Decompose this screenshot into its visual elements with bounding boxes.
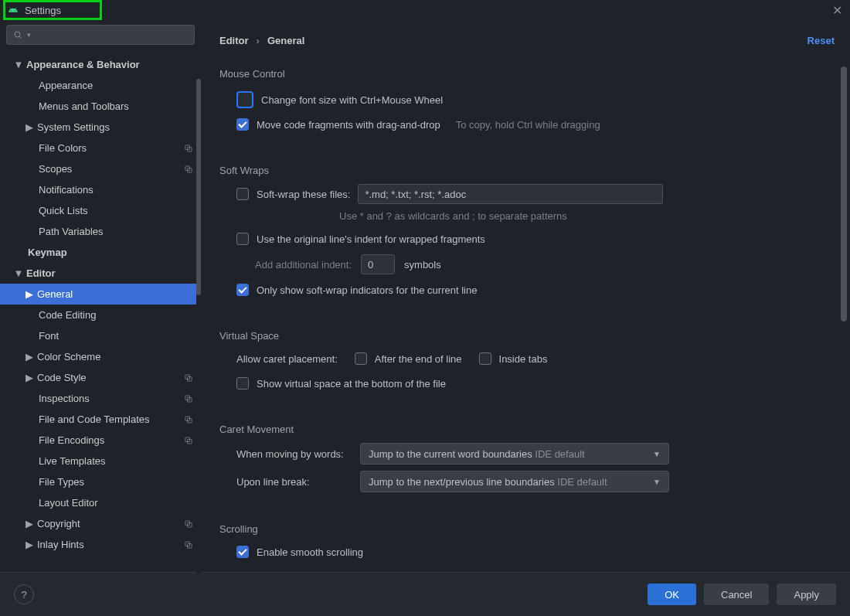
tree-file-code-templates[interactable]: File and Code Templates bbox=[0, 409, 201, 430]
tree-path-variables[interactable]: Path Variables bbox=[0, 221, 201, 242]
help-button[interactable]: ? bbox=[14, 584, 34, 604]
search-input[interactable]: ▾ bbox=[6, 25, 195, 45]
apply-button[interactable]: Apply bbox=[777, 584, 836, 605]
input-add-indent[interactable] bbox=[361, 254, 395, 274]
label-symbols: symbols bbox=[404, 259, 441, 271]
tree-inlay-hints[interactable]: ▶Inlay Hints bbox=[0, 534, 201, 555]
tree-scopes[interactable]: Scopes bbox=[0, 158, 201, 179]
scheme-icon bbox=[184, 165, 193, 174]
tree-file-encodings[interactable]: File Encodings bbox=[0, 430, 201, 451]
hint-move-fragments: To copy, hold Ctrl while dragging bbox=[456, 119, 600, 131]
tree-code-style[interactable]: ▶Code Style bbox=[0, 367, 201, 388]
section-caret-movement: Caret Movement bbox=[219, 424, 828, 435]
tree-appearance[interactable]: Appearance bbox=[0, 75, 201, 96]
hint-wildcards: Use * and ? as wildcards and ; to separa… bbox=[339, 210, 828, 222]
chevron-down-icon: ▼ bbox=[653, 478, 661, 486]
scheme-icon bbox=[184, 373, 193, 383]
label-add-indent: Add additional indent: bbox=[255, 259, 352, 271]
scheme-icon bbox=[184, 394, 193, 403]
scheme-icon bbox=[184, 519, 193, 529]
label-show-virtual-space: Show virtual space at the bottom of the … bbox=[257, 378, 446, 390]
tree-general[interactable]: ▶General bbox=[0, 284, 201, 305]
label-caret-behavior: Caret behavior: bbox=[236, 571, 305, 573]
checkbox-soft-wrap-files[interactable] bbox=[236, 188, 249, 200]
breadcrumb-general: General bbox=[267, 35, 304, 46]
section-scrolling: Scrolling bbox=[219, 523, 828, 535]
checkbox-after-eol[interactable] bbox=[355, 352, 367, 365]
tree-inspections[interactable]: Inspections bbox=[0, 388, 201, 409]
checkbox-soft-wrap-indicators[interactable] bbox=[236, 284, 249, 296]
tree-code-editing[interactable]: Code Editing bbox=[0, 305, 201, 325]
checkbox-change-font-size[interactable] bbox=[236, 91, 253, 108]
ok-button[interactable]: OK bbox=[648, 584, 696, 605]
dropdown-line-break[interactable]: Jump to the next/previous line boundarie… bbox=[360, 471, 669, 492]
tree-system-settings[interactable]: ▶System Settings bbox=[0, 117, 201, 138]
label-original-indent: Use the original line's indent for wrapp… bbox=[257, 233, 485, 245]
section-mouse-control: Mouse Control bbox=[219, 68, 828, 80]
breadcrumb-editor[interactable]: Editor bbox=[219, 35, 249, 46]
section-soft-wraps: Soft Wraps bbox=[219, 165, 828, 176]
android-icon bbox=[8, 5, 19, 15]
dropdown-word-boundaries[interactable]: Jump to the current word boundaries IDE … bbox=[360, 443, 669, 465]
label-inside-tabs: Inside tabs bbox=[499, 353, 548, 365]
scheme-icon bbox=[184, 415, 193, 424]
label-soft-wrap-indicators: Only show soft-wrap indicators for the c… bbox=[257, 284, 477, 296]
reset-link[interactable]: Reset bbox=[808, 35, 835, 46]
scheme-icon bbox=[184, 144, 193, 153]
tree-appearance-behavior[interactable]: ▼Appearance & Behavior bbox=[0, 54, 201, 75]
tree-file-colors[interactable]: File Colors bbox=[0, 138, 201, 158]
window-title: Settings bbox=[25, 5, 61, 16]
checkbox-move-fragments[interactable] bbox=[236, 118, 249, 131]
tree-quick-lists[interactable]: Quick Lists bbox=[0, 200, 201, 221]
label-change-font-size: Change font size with Ctrl+Mouse Wheel bbox=[261, 94, 443, 106]
checkbox-show-virtual-space[interactable] bbox=[236, 377, 249, 390]
label-after-eol: After the end of line bbox=[375, 353, 462, 365]
tree-editor[interactable]: ▼Editor bbox=[0, 263, 201, 284]
tree-layout-editor[interactable]: Layout Editor bbox=[0, 492, 201, 513]
tree-live-templates[interactable]: Live Templates bbox=[0, 451, 201, 471]
tree-color-scheme[interactable]: ▶Color Scheme bbox=[0, 346, 201, 367]
checkbox-smooth-scrolling[interactable] bbox=[236, 546, 249, 558]
label-smooth-scrolling: Enable smooth scrolling bbox=[257, 546, 363, 558]
input-soft-wrap-patterns[interactable] bbox=[358, 184, 663, 204]
settings-tree: ▼Appearance & Behavior Appearance Menus … bbox=[0, 49, 201, 572]
checkbox-original-indent[interactable] bbox=[236, 233, 249, 245]
content-scrollbar[interactable] bbox=[841, 66, 847, 577]
tree-file-types[interactable]: File Types bbox=[0, 471, 201, 492]
label-allow-caret: Allow caret placement: bbox=[236, 353, 338, 365]
breadcrumb-separator: › bbox=[257, 35, 260, 46]
label-upon-line-break: Upon line break: bbox=[236, 476, 345, 488]
cancel-button[interactable]: Cancel bbox=[704, 584, 769, 605]
tree-menus-toolbars[interactable]: Menus and Toolbars bbox=[0, 96, 201, 117]
label-moving-by-words: When moving by words: bbox=[236, 448, 345, 460]
close-icon[interactable]: ✕ bbox=[832, 3, 842, 18]
section-virtual-space: Virtual Space bbox=[219, 330, 828, 342]
scheme-icon bbox=[184, 540, 193, 550]
chevron-down-icon: ▼ bbox=[653, 450, 661, 458]
tree-keymap[interactable]: Keymap bbox=[0, 242, 201, 263]
svg-line-1 bbox=[19, 36, 21, 38]
scheme-icon bbox=[184, 436, 193, 445]
label-move-fragments: Move code fragments with drag-and-drop bbox=[257, 119, 440, 131]
tree-copyright[interactable]: ▶Copyright bbox=[0, 513, 201, 534]
tree-notifications[interactable]: Notifications bbox=[0, 179, 201, 200]
svg-point-0 bbox=[15, 32, 20, 37]
tree-font[interactable]: Font bbox=[0, 325, 201, 346]
label-soft-wrap-files: Soft-wrap these files: bbox=[257, 189, 350, 200]
checkbox-inside-tabs[interactable] bbox=[479, 352, 491, 365]
